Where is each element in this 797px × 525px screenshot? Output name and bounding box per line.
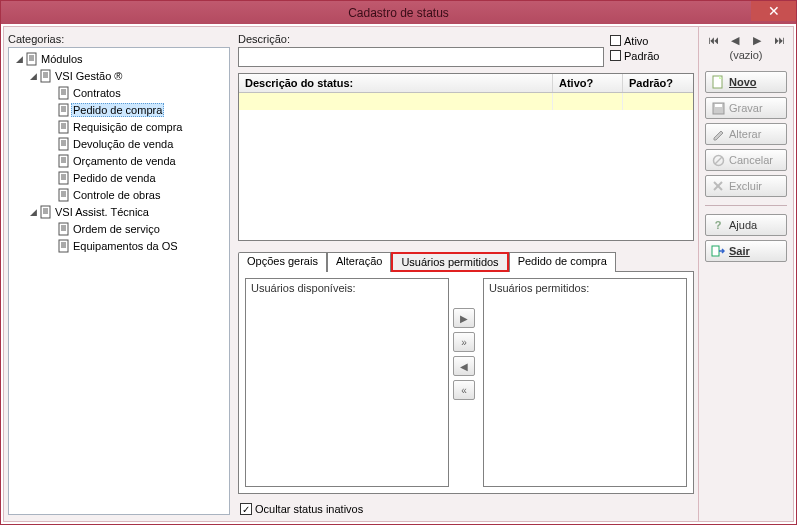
new-icon	[711, 75, 725, 89]
tab-strip: Opções gerais Alteração Usuários permiti…	[238, 252, 692, 272]
cancel-label: Cancelar	[729, 154, 773, 166]
move-all-right-button[interactable]: »	[453, 332, 475, 352]
tree-root[interactable]: ◢ Módulos	[9, 50, 229, 67]
hide-inactive-checkbox[interactable]: ✓ Ocultar status inativos	[240, 503, 363, 515]
document-icon	[57, 103, 71, 117]
document-icon	[25, 52, 39, 66]
move-left-button[interactable]: ◀	[453, 356, 475, 376]
svg-line-52	[715, 157, 722, 164]
tabs-area: Opções gerais Alteração Usuários permiti…	[238, 271, 694, 494]
tree-item-pedido-venda[interactable]: Pedido de venda	[9, 169, 229, 186]
edit-label: Alterar	[729, 128, 761, 140]
tree-item-contratos[interactable]: Contratos	[9, 84, 229, 101]
move-all-left-button[interactable]: «	[453, 380, 475, 400]
document-icon	[39, 205, 53, 219]
tab-pedido-compra[interactable]: Pedido de compra	[509, 252, 616, 272]
window: Cadastro de status ✕ Categorias: ◢ Módul…	[0, 0, 797, 525]
svg-rect-12	[59, 104, 68, 116]
tree-label: Ordem de serviço	[71, 223, 162, 235]
allowed-users-label: Usuários permitidos:	[484, 279, 686, 297]
tree-item-ordem-servico[interactable]: Ordem de serviço	[9, 220, 229, 237]
tree-item-controle-obras[interactable]: Controle de obras	[9, 186, 229, 203]
svg-rect-0	[27, 53, 36, 65]
default-checkbox[interactable]: Padrão	[610, 48, 694, 63]
delete-button[interactable]: Excluir	[705, 175, 787, 197]
tree-label: Pedido de compra	[71, 103, 164, 117]
tree-label: Pedido de venda	[71, 172, 158, 184]
tree-group-gestao[interactable]: ◢ VSI Gestão ®	[9, 67, 229, 84]
delete-icon	[711, 180, 725, 192]
svg-rect-24	[59, 155, 68, 167]
tree-item-devolucao-venda[interactable]: Devolução de venda	[9, 135, 229, 152]
svg-rect-4	[41, 70, 50, 82]
window-body: Categorias: ◢ Módulos ◢ VSI Gestão ® Con…	[3, 26, 794, 522]
document-icon	[57, 188, 71, 202]
document-icon	[57, 86, 71, 100]
new-label: Novo	[729, 76, 757, 88]
new-button[interactable]: Novo	[705, 71, 787, 93]
move-right-button[interactable]: ▶	[453, 308, 475, 328]
svg-rect-44	[59, 240, 68, 252]
tree-label: Contratos	[71, 87, 123, 99]
checkbox-icon: ✓	[240, 503, 252, 515]
tree-label: VSI Assist. Técnica	[53, 206, 151, 218]
separator	[705, 205, 787, 206]
tree-item-requisicao-compra[interactable]: Requisição de compra	[9, 118, 229, 135]
collapse-icon[interactable]: ◢	[27, 71, 39, 81]
tree-label: Requisição de compra	[71, 121, 184, 133]
svg-rect-36	[41, 206, 50, 218]
active-label: Ativo	[624, 35, 648, 47]
svg-rect-28	[59, 172, 68, 184]
cancel-button[interactable]: Cancelar	[705, 149, 787, 171]
document-icon	[39, 69, 53, 83]
collapse-icon[interactable]: ◢	[13, 54, 25, 64]
available-users-label: Usuários disponíveis:	[246, 279, 448, 297]
grid-col-active: Ativo?	[553, 74, 623, 92]
tab-usuarios-permitidos[interactable]: Usuários permitidos	[391, 252, 508, 272]
allowed-users-list[interactable]: Usuários permitidos:	[483, 278, 687, 487]
tree-label: Módulos	[39, 53, 85, 65]
categories-panel: Categorias: ◢ Módulos ◢ VSI Gestão ® Con…	[4, 27, 234, 521]
tree-item-equipamentos-os[interactable]: Equipamentos da OS	[9, 237, 229, 254]
save-button[interactable]: Gravar	[705, 97, 787, 119]
titlebar: Cadastro de status ✕	[1, 1, 796, 24]
grid-col-description: Descrição do status:	[239, 74, 553, 92]
next-record-button[interactable]: ▶	[749, 33, 765, 47]
document-icon	[57, 222, 71, 236]
delete-label: Excluir	[729, 180, 762, 192]
document-icon	[57, 137, 71, 151]
status-grid[interactable]: Descrição do status: Ativo? Padrão?	[238, 73, 694, 241]
tab-opcoes-gerais[interactable]: Opções gerais	[238, 252, 327, 272]
categories-tree[interactable]: ◢ Módulos ◢ VSI Gestão ® Contratos Pedid…	[8, 47, 230, 515]
help-button[interactable]: ? Ajuda	[705, 214, 787, 236]
tree-label: Equipamentos da OS	[71, 240, 180, 252]
active-checkbox[interactable]: Ativo	[610, 33, 694, 48]
grid-row-empty[interactable]	[239, 93, 693, 110]
close-button[interactable]: ✕	[751, 1, 796, 21]
exit-button[interactable]: Sair	[705, 240, 787, 262]
tree-item-orcamento-venda[interactable]: Orçamento de venda	[9, 152, 229, 169]
save-icon	[711, 102, 725, 115]
edit-button[interactable]: Alterar	[705, 123, 787, 145]
first-record-button[interactable]: ⏮	[705, 33, 721, 47]
document-icon	[57, 239, 71, 253]
tree-label: VSI Gestão ®	[53, 70, 124, 82]
tree-label: Devolução de venda	[71, 138, 175, 150]
default-label: Padrão	[624, 50, 659, 62]
tree-group-assist[interactable]: ◢ VSI Assist. Técnica	[9, 203, 229, 220]
collapse-icon[interactable]: ◢	[27, 207, 39, 217]
svg-rect-16	[59, 121, 68, 133]
prev-record-button[interactable]: ◀	[727, 33, 743, 47]
description-input[interactable]	[238, 47, 604, 67]
exit-label: Sair	[729, 245, 750, 257]
record-status: (vazio)	[705, 49, 787, 61]
grid-header: Descrição do status: Ativo? Padrão?	[239, 74, 693, 93]
svg-rect-32	[59, 189, 68, 201]
svg-rect-50	[715, 104, 722, 107]
exit-icon	[711, 245, 725, 257]
available-users-list[interactable]: Usuários disponíveis:	[245, 278, 449, 487]
tree-item-pedido-compra[interactable]: Pedido de compra	[9, 101, 229, 118]
last-record-button[interactable]: ⏭	[771, 33, 787, 47]
svg-rect-8	[59, 87, 68, 99]
tab-alteracao[interactable]: Alteração	[327, 252, 391, 272]
